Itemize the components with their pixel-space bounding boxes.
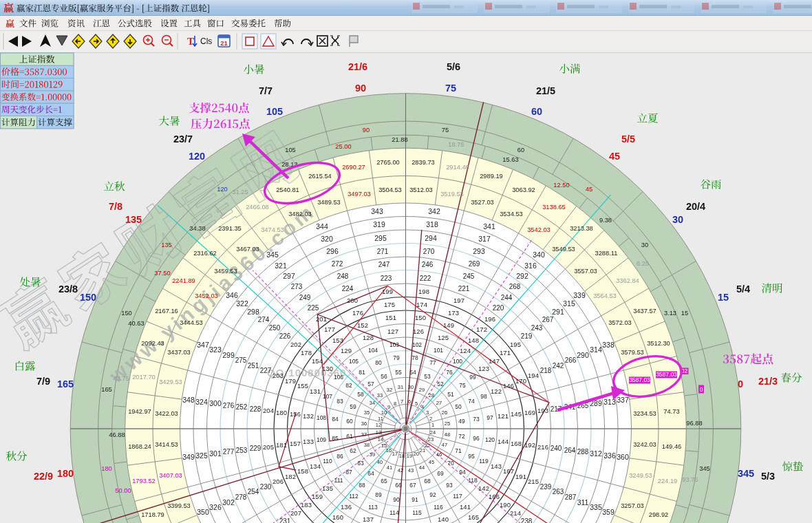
- svg-text:239: 239: [540, 483, 552, 491]
- svg-text:346: 346: [226, 291, 238, 299]
- svg-text:166: 166: [489, 493, 500, 500]
- svg-text:100: 100: [453, 358, 462, 365]
- svg-text:160: 160: [332, 513, 343, 521]
- svg-text:118: 118: [468, 477, 478, 484]
- svg-text:269: 269: [469, 260, 480, 268]
- svg-text:50.00: 50.00: [115, 487, 131, 494]
- svg-text:249: 249: [299, 294, 311, 301]
- svg-text:89: 89: [375, 491, 382, 498]
- svg-text:167: 167: [503, 467, 514, 475]
- svg-text:145: 145: [511, 410, 522, 418]
- svg-text:20: 20: [414, 451, 419, 457]
- svg-text:299: 299: [222, 351, 235, 359]
- svg-text:27: 27: [436, 400, 442, 406]
- svg-text:193: 193: [537, 407, 548, 414]
- svg-text:42: 42: [398, 467, 403, 473]
- svg-text:34.38: 34.38: [189, 225, 205, 232]
- svg-text:105: 105: [266, 106, 283, 117]
- svg-text:294: 294: [425, 234, 437, 242]
- svg-text:3542.03: 3542.03: [527, 226, 551, 233]
- svg-text:101: 101: [434, 347, 443, 354]
- svg-text:2466.08: 2466.08: [246, 204, 269, 211]
- svg-text:99: 99: [469, 374, 476, 381]
- svg-text:21.88: 21.88: [392, 136, 407, 143]
- svg-text:312: 312: [590, 449, 602, 458]
- svg-text:T: T: [187, 36, 194, 47]
- svg-text:296: 296: [326, 247, 339, 255]
- svg-text:200: 200: [347, 297, 358, 304]
- svg-text:8: 8: [394, 401, 396, 407]
- svg-text:75: 75: [459, 382, 466, 389]
- svg-text:146: 146: [503, 382, 514, 389]
- svg-text:3459.53: 3459.53: [214, 268, 237, 275]
- svg-text:3213.38: 3213.38: [570, 225, 593, 232]
- svg-text:205: 205: [263, 443, 274, 451]
- svg-text:0: 0: [738, 378, 743, 389]
- svg-text:274: 274: [258, 316, 270, 323]
- svg-text:179: 179: [285, 377, 296, 385]
- svg-text:248: 248: [337, 273, 349, 280]
- svg-text:56: 56: [381, 373, 387, 380]
- svg-text:81: 81: [359, 369, 365, 376]
- svg-text:129: 129: [341, 347, 352, 354]
- svg-text:21/5: 21/5: [536, 85, 555, 96]
- svg-text:317: 317: [478, 235, 491, 243]
- svg-text:181: 181: [276, 441, 287, 449]
- svg-text:115: 115: [412, 509, 422, 516]
- svg-text:3497.03: 3497.03: [348, 191, 371, 198]
- svg-text:2690.27: 2690.27: [342, 164, 365, 171]
- svg-text:3414.53: 3414.53: [155, 441, 178, 448]
- svg-text:297: 297: [283, 272, 295, 280]
- svg-text:3063.92: 3063.92: [512, 186, 535, 193]
- svg-text:302: 302: [222, 498, 235, 506]
- svg-text:13: 13: [376, 429, 381, 436]
- svg-text:68: 68: [424, 478, 431, 484]
- svg-text:268: 268: [509, 283, 521, 290]
- svg-text:121: 121: [498, 412, 509, 420]
- svg-text:74.73: 74.73: [663, 408, 679, 415]
- svg-text:114: 114: [389, 509, 399, 516]
- svg-text:3257.03: 3257.03: [621, 502, 644, 509]
- svg-text:111: 111: [334, 477, 343, 484]
- svg-text:242: 242: [553, 362, 564, 370]
- svg-text:295: 295: [374, 234, 387, 242]
- svg-text:345: 345: [266, 250, 279, 259]
- svg-text:61: 61: [346, 433, 353, 440]
- svg-text:137: 137: [363, 515, 374, 523]
- svg-text:39: 39: [370, 451, 375, 458]
- svg-text:50: 50: [455, 403, 462, 410]
- svg-text:180: 180: [101, 465, 112, 472]
- svg-text:91: 91: [412, 496, 418, 503]
- svg-text:60: 60: [517, 147, 524, 153]
- svg-text:127: 127: [387, 328, 398, 335]
- svg-text:90: 90: [393, 496, 400, 503]
- svg-text:92: 92: [429, 491, 436, 498]
- svg-text:322: 322: [236, 299, 248, 308]
- svg-text:344: 344: [316, 222, 328, 231]
- svg-text:17: 17: [392, 451, 398, 457]
- svg-text:88: 88: [359, 482, 365, 489]
- svg-text:273: 273: [291, 283, 303, 290]
- svg-text:135: 135: [161, 242, 172, 248]
- svg-text:120: 120: [217, 186, 228, 193]
- svg-text:58: 58: [357, 391, 364, 398]
- svg-text:7/7: 7/7: [259, 85, 273, 96]
- svg-text:53: 53: [424, 373, 431, 380]
- svg-text:60: 60: [346, 418, 353, 425]
- svg-text:2167.16: 2167.16: [155, 308, 178, 314]
- svg-text:202: 202: [290, 341, 301, 348]
- svg-text:74: 74: [468, 398, 475, 405]
- svg-text:277: 277: [223, 448, 235, 456]
- svg-text:343: 343: [371, 207, 383, 215]
- svg-text:5/6: 5/6: [447, 61, 460, 72]
- svg-text:125: 125: [438, 334, 449, 341]
- svg-text:3572.03: 3572.03: [608, 319, 632, 326]
- svg-text:59: 59: [350, 403, 356, 410]
- svg-text:245: 245: [463, 273, 475, 280]
- svg-text:37.50: 37.50: [154, 270, 170, 277]
- svg-text:231: 231: [279, 517, 291, 523]
- svg-text:102: 102: [412, 341, 422, 348]
- svg-text:36: 36: [361, 420, 367, 427]
- svg-text:339: 339: [573, 291, 586, 299]
- svg-text:77: 77: [429, 359, 436, 366]
